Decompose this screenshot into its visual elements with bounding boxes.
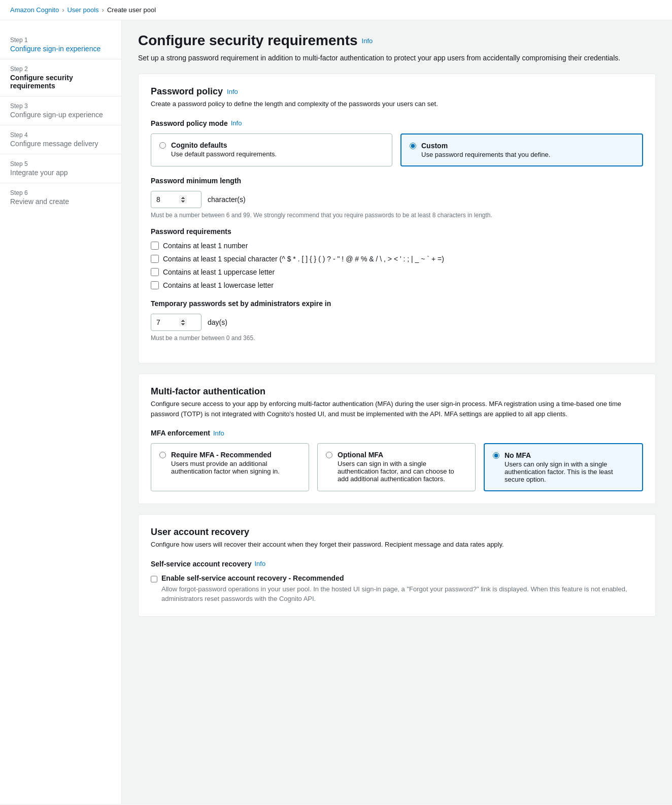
breadcrumb-user-pools[interactable]: User pools [67,6,98,14]
req-lower-checkbox[interactable] [151,281,159,289]
breadcrumb: Amazon Cognito › User pools › Create use… [0,0,672,20]
sidebar-step-1[interactable]: Step 1 Configure sign-in experience [0,30,121,59]
no-mfa-title: No MFA [505,451,634,459]
password-mode-cognito-defaults[interactable]: Cognito defaults Use default password re… [151,133,392,166]
step-6-number: Step 6 [10,189,111,196]
page-description: Set up a strong password requirement in … [138,53,656,63]
require-mfa-title: Require MFA - Recommended [171,451,300,459]
req-lower-label: Contains at least 1 lowercase letter [163,281,274,289]
password-requirements-group: Contains at least 1 number Contains at l… [151,242,643,289]
custom-desc: Use password requirements that you defin… [421,151,550,158]
step-3-label: Configure sign-up experience [10,111,111,119]
optional-mfa-title: Optional MFA [338,451,467,459]
password-mode-custom-radio[interactable] [410,143,416,149]
req-special-item[interactable]: Contains at least 1 special character (^… [151,255,643,263]
req-number-item[interactable]: Contains at least 1 number [151,242,643,250]
self-service-label: Self-service account recovery Info [151,560,643,568]
step-6-label: Review and create [10,197,111,206]
require-mfa-radio[interactable] [159,452,166,458]
cognito-defaults-title: Cognito defaults [171,141,277,149]
no-mfa-radio[interactable] [493,452,499,459]
custom-title: Custom [421,142,550,150]
step-1-number: Step 1 [10,37,111,44]
temp-password-input-wrap [151,314,201,331]
self-service-info-link[interactable]: Info [254,560,265,567]
step-3-number: Step 3 [10,103,111,110]
breadcrumb-amazon-cognito[interactable]: Amazon Cognito [10,6,59,14]
account-recovery-title: User account recovery [151,527,643,538]
temp-password-input[interactable] [151,314,201,331]
main-content: Configure security requirements Info Set… [122,20,672,804]
cognito-defaults-desc: Use default password requirements. [171,150,277,158]
self-service-checkbox-desc: Allow forgot-password operations in your… [161,584,643,604]
optional-mfa-radio[interactable] [326,452,332,458]
self-service-checkbox[interactable] [151,575,157,583]
sidebar-step-4: Step 4 Configure message delivery [0,125,121,154]
req-lower-item[interactable]: Contains at least 1 lowercase letter [151,281,643,289]
req-number-checkbox[interactable] [151,242,159,250]
mfa-title: Multi-factor authentication [151,386,643,397]
min-length-unit: character(s) [208,195,246,204]
self-service-checkbox-item[interactable]: Enable self-service account recovery - R… [151,574,643,604]
temp-password-row: day(s) [151,314,643,331]
breadcrumb-sep-1: › [62,6,64,14]
temp-password-label: Temporary passwords set by administrator… [151,299,643,308]
require-mfa-option[interactable]: Require MFA - Recommended Users must pro… [151,443,309,491]
optional-mfa-desc: Users can sign in with a single authenti… [338,460,467,483]
self-service-checkbox-label: Enable self-service account recovery - R… [161,574,643,582]
require-mfa-desc: Users must provide an additional authent… [171,460,300,475]
sidebar-step-6: Step 6 Review and create [0,183,121,212]
sidebar-step-2: Step 2 Configure security requirements [0,59,121,96]
min-length-label: Password minimum length [151,177,643,185]
breadcrumb-create-user-pool: Create user pool [107,6,156,14]
req-upper-item[interactable]: Contains at least 1 uppercase letter [151,268,643,276]
password-mode-custom[interactable]: Custom Use password requirements that yo… [400,133,643,166]
requirements-label: Password requirements [151,227,643,236]
password-mode-label: Password policy mode Info [151,119,643,127]
mfa-enforcement-label: MFA enforcement Info [151,429,643,437]
step-4-label: Configure message delivery [10,140,111,148]
min-length-row: character(s) [151,191,643,208]
temp-password-unit: day(s) [208,318,227,326]
password-mode-options: Cognito defaults Use default password re… [151,133,643,166]
optional-mfa-option[interactable]: Optional MFA Users can sign in with a si… [317,443,476,491]
step-5-number: Step 5 [10,160,111,167]
sidebar-step-3: Step 3 Configure sign-up experience [0,96,121,125]
no-mfa-option[interactable]: No MFA Users can only sign in with a sin… [484,443,643,491]
req-upper-checkbox[interactable] [151,268,159,276]
req-number-label: Contains at least 1 number [163,242,248,250]
page-title-info-link[interactable]: Info [362,37,373,45]
temp-password-hint: Must be a number between 0 and 365. [151,334,643,343]
sidebar-step-5: Step 5 Integrate your app [0,154,121,183]
mfa-description: Configure secure access to your app by e… [151,399,643,419]
account-recovery-desc: Configure how users will recover their a… [151,540,643,550]
breadcrumb-sep-2: › [102,6,104,14]
page-title: Configure security requirements Info [138,32,656,49]
step-2-label: Configure security requirements [10,74,111,90]
step-4-number: Step 4 [10,131,111,139]
no-mfa-desc: Users can only sign in with a single aut… [505,460,634,483]
mfa-enforcement-info-link[interactable]: Info [213,429,224,437]
password-mode-info-link[interactable]: Info [231,119,242,127]
req-upper-label: Contains at least 1 uppercase letter [163,268,275,276]
step-1-label[interactable]: Configure sign-in experience [10,45,111,53]
mfa-card: Multi-factor authentication Configure se… [138,374,656,504]
min-length-hint: Must be a number between 6 and 99. We st… [151,211,643,220]
password-policy-desc: Create a password policy to define the l… [151,99,643,109]
min-length-input[interactable] [151,191,201,208]
min-length-input-wrap [151,191,201,208]
sidebar: Step 1 Configure sign-in experience Step… [0,20,122,804]
password-mode-cognito-radio[interactable] [159,142,166,149]
password-policy-info-link[interactable]: Info [227,88,238,95]
password-policy-title: Password policy Info [151,86,643,97]
mfa-options: Require MFA - Recommended Users must pro… [151,443,643,491]
password-policy-card: Password policy Info Create a password p… [138,74,656,363]
req-special-label: Contains at least 1 special character (^… [163,255,444,263]
req-special-checkbox[interactable] [151,255,159,263]
step-5-label: Integrate your app [10,169,111,177]
account-recovery-card: User account recovery Configure how user… [138,514,656,617]
step-2-number: Step 2 [10,65,111,73]
